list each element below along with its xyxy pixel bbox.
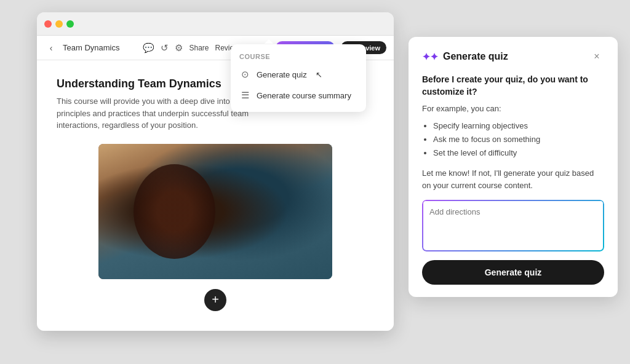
- dialog-note: Let me know! If not, I'll generate your …: [422, 167, 604, 191]
- traffic-lights: [44, 20, 74, 28]
- generate-summary-label: Generate course summary: [257, 91, 351, 100]
- title-bar: [37, 12, 394, 36]
- page-title: Team Dynamics: [63, 43, 138, 52]
- comment-icon[interactable]: 💬: [143, 42, 154, 53]
- generate-quiz-button[interactable]: Generate quiz: [422, 260, 604, 285]
- dialog-title: ✦✦ Generate quiz: [422, 51, 508, 63]
- ai-dropdown-menu: Course ⊙ Generate quiz ↖ ☰ Generate cour…: [231, 44, 366, 112]
- dialog-intro: For example, you can:: [422, 104, 604, 113]
- dialog-bullets: Specify learning objectives Ask me to fo…: [422, 119, 604, 160]
- list-icon: ☰: [239, 90, 250, 101]
- dialog-title-text: Generate quiz: [443, 51, 508, 62]
- cursor-icon: ↖: [316, 70, 322, 79]
- bullet-2: Ask me to focus on something: [433, 133, 604, 146]
- maximize-window-button[interactable]: [66, 20, 74, 28]
- undo-icon[interactable]: ↺: [161, 42, 169, 53]
- generate-summary-menu-item[interactable]: ☰ Generate course summary: [231, 85, 366, 106]
- close-dialog-button[interactable]: ×: [589, 49, 604, 64]
- quiz-icon: ⊙: [239, 69, 250, 80]
- bullet-1: Specify learning objectives: [433, 119, 604, 133]
- course-image: [98, 144, 332, 279]
- add-content-button[interactable]: +: [204, 289, 226, 311]
- sparkle-icon: ✦✦: [422, 51, 438, 63]
- generate-quiz-menu-item[interactable]: ⊙ Generate quiz ↖: [231, 64, 366, 85]
- share-button[interactable]: Share: [189, 44, 209, 52]
- generate-quiz-dialog: ✦✦ Generate quiz × Before I create your …: [409, 37, 618, 297]
- directions-input[interactable]: [422, 200, 604, 249]
- back-button[interactable]: ‹: [44, 41, 58, 55]
- bullet-3: Set the level of difficulty: [433, 146, 604, 160]
- settings-icon[interactable]: ⚙: [175, 42, 183, 53]
- dialog-question: Before I create your quiz, do you want t…: [422, 74, 604, 98]
- dialog-header: ✦✦ Generate quiz ×: [422, 49, 604, 64]
- dropdown-arrow: [265, 39, 273, 44]
- generate-quiz-label: Generate quiz: [257, 70, 307, 79]
- close-window-button[interactable]: [44, 20, 52, 28]
- dropdown-label: Course: [231, 50, 366, 64]
- directions-input-wrapper: [422, 200, 604, 251]
- minimize-window-button[interactable]: [55, 20, 63, 28]
